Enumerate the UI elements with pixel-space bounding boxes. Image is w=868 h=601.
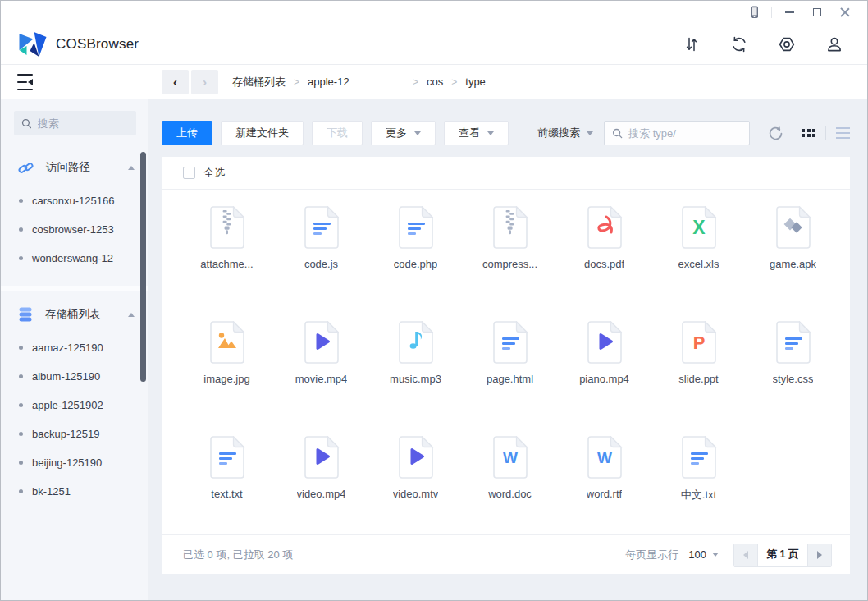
file-item[interactable]: Xexcel.xls xyxy=(651,190,746,305)
bucket-list: aamaz-125190album-125190apple-1251902bac… xyxy=(1,330,148,511)
maximize-icon xyxy=(813,8,821,16)
sidebar-search[interactable] xyxy=(14,111,136,135)
collapse-sidebar-button[interactable] xyxy=(17,74,33,90)
video-file-icon xyxy=(304,321,340,364)
file-item[interactable]: compress... xyxy=(463,190,557,305)
file-item[interactable]: music.mp3 xyxy=(368,305,463,420)
doc-file-icon xyxy=(681,436,717,479)
breadcrumb-item[interactable]: 存储桶列表 xyxy=(232,75,286,89)
close-icon xyxy=(840,7,850,17)
breadcrumb-separator: > xyxy=(294,76,299,88)
file-item[interactable]: 中文.txt xyxy=(651,420,746,534)
sidebar-item[interactable]: aamaz-125190 xyxy=(1,333,148,362)
file-name: movie.mp4 xyxy=(295,373,348,385)
file-name: music.mp3 xyxy=(390,373,441,385)
file-search-input[interactable] xyxy=(628,127,742,140)
file-item[interactable]: text.txt xyxy=(180,420,274,534)
sync-button[interactable] xyxy=(729,34,749,54)
upload-button[interactable]: 上传 xyxy=(162,121,212,145)
bucket-list-header[interactable]: 存储桶列表 xyxy=(1,299,148,330)
refresh-icon xyxy=(768,126,783,141)
pdf-file-icon xyxy=(587,206,623,249)
file-item[interactable]: image.jpg xyxy=(180,305,274,420)
file-name: video.mtv xyxy=(393,488,439,500)
sidebar-scrollbar[interactable] xyxy=(140,152,146,382)
phone-icon xyxy=(746,4,762,21)
close-button[interactable] xyxy=(831,2,859,23)
file-panel: 全选 attachme...code.jscode.phpcompress...… xyxy=(162,157,850,574)
maximize-button[interactable] xyxy=(803,2,831,23)
prefix-search-dropdown[interactable]: 前缀搜索 xyxy=(537,126,593,140)
access-paths-header[interactable]: 访问路径 xyxy=(1,152,148,183)
breadcrumb-item[interactable]: cos xyxy=(427,76,443,88)
breadcrumb-item[interactable]: apple-12 xyxy=(308,76,404,88)
download-button[interactable]: 下载 xyxy=(312,121,363,145)
file-item[interactable]: game.apk xyxy=(746,190,840,305)
sidebar-item[interactable]: album-125190 xyxy=(1,362,148,391)
breadcrumb-item[interactable]: type xyxy=(465,76,486,88)
more-button[interactable]: 更多 xyxy=(371,121,436,145)
account-button[interactable] xyxy=(825,34,844,54)
new-folder-button[interactable]: 新建文件夹 xyxy=(221,121,304,145)
file-item[interactable]: video.mp4 xyxy=(274,420,368,534)
next-page-button[interactable] xyxy=(808,544,831,566)
file-item[interactable]: code.php xyxy=(368,190,463,305)
breadcrumb-separator: > xyxy=(451,76,457,88)
svg-text:W: W xyxy=(503,449,518,466)
selection-status: 已选 0 项, 已拉取 20 项 xyxy=(183,548,293,562)
search-icon xyxy=(612,127,623,140)
file-item[interactable]: Pslide.ppt xyxy=(651,305,746,420)
sidebar-item[interactable]: carsonxu-125166 xyxy=(1,186,148,215)
file-item[interactable]: Wword.rtf xyxy=(557,420,651,534)
list-view-button[interactable] xyxy=(826,127,850,139)
file-search[interactable] xyxy=(604,121,750,145)
page-size-dropdown[interactable]: 100 xyxy=(688,548,719,561)
mobile-device-icon[interactable] xyxy=(740,2,768,23)
sidebar-item[interactable]: apple-1251902 xyxy=(1,391,148,420)
file-item[interactable]: video.mtv xyxy=(368,420,463,534)
file-name: style.css xyxy=(773,373,814,385)
transfer-list-button[interactable] xyxy=(682,34,701,54)
breadcrumb: 存储桶列表>apple-12>cos>type xyxy=(232,75,486,89)
zip-file-icon xyxy=(209,206,245,249)
back-button[interactable]: ‹ xyxy=(162,70,189,94)
settings-button[interactable] xyxy=(777,34,797,54)
content-area: ‹ › 存储桶列表>apple-12>cos>type 上传 新建文件夹 下载 … xyxy=(148,65,867,600)
forward-button[interactable]: › xyxy=(191,70,218,94)
refresh-button[interactable] xyxy=(768,126,783,141)
file-item[interactable]: style.css xyxy=(746,305,840,420)
ppt-file-icon: P xyxy=(681,321,717,364)
file-name: 中文.txt xyxy=(681,488,716,502)
prev-page-button[interactable] xyxy=(734,544,757,566)
video-file-icon xyxy=(587,321,623,364)
cosbrowser-logo-icon xyxy=(17,30,48,58)
file-item[interactable]: code.js xyxy=(274,190,368,305)
select-all-checkbox[interactable] xyxy=(183,167,195,179)
grid-view-button[interactable] xyxy=(802,129,815,138)
sidebar-search-input[interactable] xyxy=(38,117,129,130)
file-item[interactable]: piano.mp4 xyxy=(557,305,651,420)
file-item[interactable]: movie.mp4 xyxy=(274,305,368,420)
file-name: image.jpg xyxy=(203,373,249,385)
video-file-icon xyxy=(398,436,434,479)
sidebar-item[interactable]: backup-12519 xyxy=(1,420,148,448)
doc-file-icon xyxy=(304,206,340,249)
file-item[interactable]: attachme... xyxy=(180,190,274,305)
chevron-down-icon xyxy=(712,553,719,557)
select-all-label: 全选 xyxy=(203,166,225,181)
sidebar-item[interactable]: wonderswang-12 xyxy=(1,244,148,273)
sidebar-item[interactable]: cosbrowser-1253 xyxy=(1,215,148,244)
collapse-section-icon[interactable] xyxy=(128,313,135,317)
collapse-section-icon[interactable] xyxy=(128,166,135,170)
app-title: COSBrowser xyxy=(56,36,139,53)
minimize-button[interactable] xyxy=(775,2,803,23)
sidebar-item[interactable]: bk-1251 xyxy=(1,477,148,506)
file-item[interactable]: Wword.doc xyxy=(463,420,557,534)
sidebar-item[interactable]: beijing-125190 xyxy=(1,448,148,477)
file-item[interactable]: page.html xyxy=(463,305,557,420)
view-button[interactable]: 查看 xyxy=(444,121,509,145)
next-page-icon xyxy=(817,551,822,559)
file-item[interactable]: docs.pdf xyxy=(557,190,651,305)
access-paths-list: carsonxu-125166cosbrowser-1253wonderswan… xyxy=(1,183,148,278)
section-access-paths: 访问路径 carsonxu-125166cosbrowser-1253wonde… xyxy=(1,144,148,278)
